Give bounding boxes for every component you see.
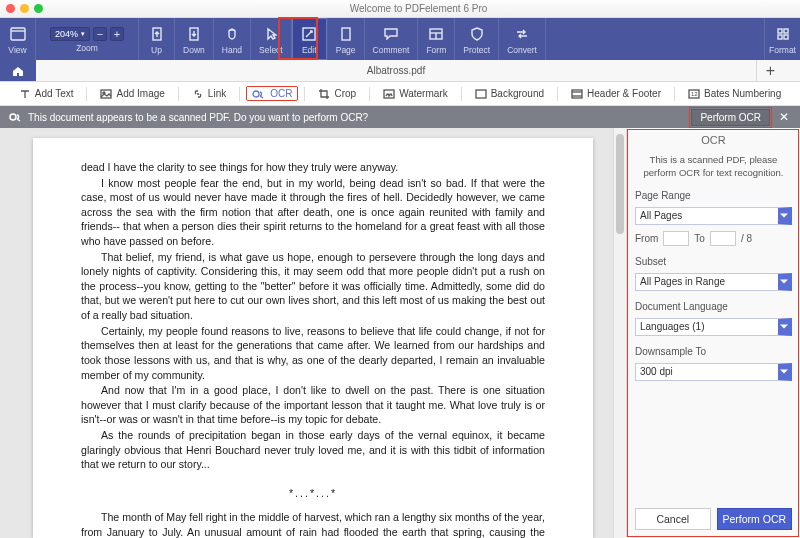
main-ribbon: View 204%▾ − + Zoom Up Down Hand Select … bbox=[0, 18, 800, 60]
page-text: And now that I'm in a good place, I don'… bbox=[81, 383, 545, 427]
from-input[interactable] bbox=[663, 231, 689, 246]
page-range-from-to: From To / 8 bbox=[635, 231, 792, 246]
document-page: dead I have the clarity to see things fo… bbox=[33, 138, 593, 538]
select-label: Select bbox=[259, 45, 283, 55]
form-icon bbox=[429, 25, 443, 43]
home-button[interactable] bbox=[0, 60, 36, 81]
select-button[interactable]: Select bbox=[251, 18, 292, 60]
panel-title: OCR bbox=[635, 134, 792, 146]
document-viewport[interactable]: dead I have the clarity to see things fo… bbox=[0, 128, 626, 538]
to-input[interactable] bbox=[710, 231, 736, 246]
separator bbox=[304, 87, 305, 101]
minimize-window-icon[interactable] bbox=[20, 4, 29, 13]
edit-button[interactable]: Edit bbox=[292, 18, 328, 60]
document-tab[interactable]: Albatross.pdf bbox=[36, 60, 756, 81]
subset-label: Subset bbox=[635, 256, 792, 267]
down-button[interactable]: Down bbox=[175, 18, 214, 60]
language-select[interactable]: Languages (1) bbox=[635, 318, 792, 336]
home-icon bbox=[11, 65, 25, 77]
convert-label: Convert bbox=[507, 45, 537, 55]
page-range-value: All Pages bbox=[640, 210, 682, 221]
zoom-label: Zoom bbox=[76, 43, 98, 53]
edit-label: Edit bbox=[302, 45, 317, 55]
svg-rect-12 bbox=[784, 35, 788, 39]
separator bbox=[369, 87, 370, 101]
page-range-label: Page Range bbox=[635, 190, 792, 201]
ocr-button[interactable]: OCR bbox=[246, 86, 298, 101]
new-tab-button[interactable]: + bbox=[756, 60, 784, 81]
link-label: Link bbox=[208, 88, 226, 99]
tab-filename: Albatross.pdf bbox=[367, 65, 425, 76]
header-footer-label: Header & Footer bbox=[587, 88, 661, 99]
document-tabs: Albatross.pdf + bbox=[0, 60, 800, 82]
ocr-banner: This document appears to be a scanned PD… bbox=[0, 106, 800, 128]
background-icon bbox=[475, 89, 487, 99]
view-label: View bbox=[8, 45, 26, 55]
link-button[interactable]: Link bbox=[185, 85, 233, 102]
ocr-banner-icon bbox=[8, 111, 22, 123]
convert-icon bbox=[515, 25, 529, 43]
page-text: Certainly, my people found reasons to li… bbox=[81, 324, 545, 382]
svg-rect-9 bbox=[778, 29, 782, 33]
zoom-value-select[interactable]: 204%▾ bbox=[50, 27, 90, 41]
background-button[interactable]: Background bbox=[468, 85, 551, 102]
from-label: From bbox=[635, 233, 658, 244]
zoom-in-button[interactable]: + bbox=[110, 27, 124, 41]
downsample-select[interactable]: 300 dpi bbox=[635, 363, 792, 381]
perform-ocr-button[interactable]: Perform OCR bbox=[717, 508, 793, 530]
zoom-out-button[interactable]: − bbox=[93, 27, 107, 41]
form-label: Form bbox=[426, 45, 446, 55]
add-text-button[interactable]: Add Text bbox=[12, 85, 81, 103]
bates-icon: 12 bbox=[688, 89, 700, 99]
maximize-window-icon[interactable] bbox=[34, 4, 43, 13]
language-label: Document Language bbox=[635, 301, 792, 312]
panel-buttons: Cancel Perform OCR bbox=[635, 508, 792, 530]
scrollbar-thumb[interactable] bbox=[616, 134, 624, 234]
text-icon bbox=[19, 88, 31, 100]
close-window-icon[interactable] bbox=[6, 4, 15, 13]
select-icon bbox=[265, 25, 277, 43]
svg-rect-10 bbox=[784, 29, 788, 33]
ocr-icon bbox=[252, 89, 266, 99]
header-footer-button[interactable]: Header & Footer bbox=[564, 85, 668, 102]
format-label: Format bbox=[769, 45, 796, 55]
bates-button[interactable]: 12Bates Numbering bbox=[681, 85, 788, 102]
header-footer-icon bbox=[571, 89, 583, 99]
cancel-button[interactable]: Cancel bbox=[635, 508, 711, 530]
subset-select[interactable]: All Pages in Range bbox=[635, 273, 792, 291]
protect-button[interactable]: Protect bbox=[455, 18, 499, 60]
svg-rect-0 bbox=[11, 28, 25, 40]
edit-toolbar: Add Text Add Image Link OCR Crop Waterma… bbox=[0, 82, 800, 106]
vertical-scrollbar[interactable] bbox=[613, 128, 626, 538]
page-icon bbox=[340, 25, 352, 43]
svg-rect-18 bbox=[572, 90, 582, 98]
format-button[interactable]: Format bbox=[764, 18, 800, 60]
down-label: Down bbox=[183, 45, 205, 55]
page-text: That belief, my friend, is what gave us … bbox=[81, 250, 545, 323]
form-button[interactable]: Form bbox=[418, 18, 455, 60]
separator bbox=[178, 87, 179, 101]
crop-label: Crop bbox=[334, 88, 356, 99]
banner-perform-ocr-button[interactable]: Perform OCR bbox=[691, 109, 770, 126]
view-button[interactable]: View bbox=[0, 18, 36, 60]
zoom-group: 204%▾ − + Zoom bbox=[36, 18, 139, 60]
add-image-button[interactable]: Add Image bbox=[93, 85, 171, 102]
watermark-button[interactable]: Watermark bbox=[376, 85, 455, 102]
view-icon bbox=[10, 25, 26, 43]
background-label: Background bbox=[491, 88, 544, 99]
page-divider: *...*...* bbox=[81, 486, 545, 501]
page-range-select[interactable]: All Pages bbox=[635, 207, 792, 225]
svg-rect-5 bbox=[342, 28, 350, 40]
separator bbox=[86, 87, 87, 101]
page-button[interactable]: Page bbox=[328, 18, 365, 60]
add-text-label: Add Text bbox=[35, 88, 74, 99]
comment-button[interactable]: Comment bbox=[365, 18, 419, 60]
comment-label: Comment bbox=[373, 45, 410, 55]
convert-button[interactable]: Convert bbox=[499, 18, 546, 60]
add-image-label: Add Image bbox=[116, 88, 164, 99]
up-button[interactable]: Up bbox=[139, 18, 175, 60]
banner-close-button[interactable]: ✕ bbox=[776, 110, 792, 124]
link-icon bbox=[192, 89, 204, 99]
hand-button[interactable]: Hand bbox=[214, 18, 251, 60]
crop-button[interactable]: Crop bbox=[311, 85, 363, 103]
